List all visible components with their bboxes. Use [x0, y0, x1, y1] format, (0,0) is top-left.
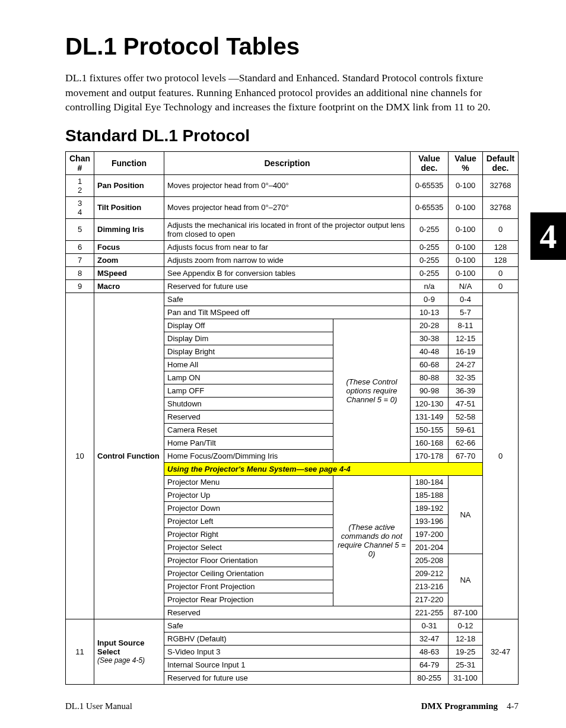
cell-desc: Home All — [164, 358, 333, 371]
col-header-default-dec: Default dec. — [483, 151, 519, 174]
cell-vd: 80-255 — [411, 671, 449, 684]
cell-desc: Adjusts the mechanical iris located in f… — [164, 218, 411, 240]
cell-desc: See Appendix B for conversion tables — [164, 266, 411, 279]
cell-vp: NA — [449, 475, 483, 554]
section-heading: Standard DL.1 Protocol — [65, 126, 519, 145]
cell-vp: 0-100 — [449, 196, 483, 218]
cell-vp: 52-58 — [449, 410, 483, 423]
cell-desc: Projector Menu — [164, 475, 333, 488]
col-header-chan: Chan # — [66, 151, 94, 174]
cell-dd: 0 — [483, 266, 519, 279]
cell-func: Tilt Position — [94, 196, 164, 218]
cell-desc: Shutdown — [164, 397, 333, 410]
cell-desc: Lamp ON — [164, 371, 333, 384]
section-header-text: Using the Projector's Menu System—see pa… — [164, 462, 483, 475]
cell-vd: 201-204 — [411, 541, 449, 554]
table-row: 1 2 Pan Position Moves projector head fr… — [66, 174, 519, 196]
cell-vd: n/a — [411, 279, 449, 293]
cell-dd: 32768 — [483, 174, 519, 196]
cell-desc: Reserved for future use — [164, 671, 411, 684]
cell-chan: 5 — [66, 218, 94, 240]
cell-func: Control Function — [94, 293, 164, 619]
cell-vd: 40-48 — [411, 345, 449, 358]
cell-vd: 197-200 — [411, 527, 449, 541]
table-row: 10 Control Function Safe 0-9 0-4 0 — [66, 293, 519, 306]
cell-desc: Moves projector head from 0°–270° — [164, 196, 411, 218]
cell-vp: 59-61 — [449, 423, 483, 436]
cell-desc: Projector Ceiling Orientation — [164, 567, 333, 580]
cell-desc: Projector Left — [164, 514, 333, 527]
cell-vd: 0-9 — [411, 293, 449, 306]
cell-vd: 0-65535 — [411, 196, 449, 218]
cell-vd: 0-255 — [411, 218, 449, 240]
cell-desc: Projector Up — [164, 488, 333, 501]
cell-vp: 19-25 — [449, 645, 483, 658]
cell-desc: Safe — [164, 293, 411, 306]
cell-vd: 20-28 — [411, 319, 449, 332]
cell-chan: 9 — [66, 279, 94, 293]
footer-left: DL.1 User Manual — [65, 701, 132, 711]
cell-vp: 32-35 — [449, 371, 483, 384]
cell-vd: 150-155 — [411, 423, 449, 436]
cell-note: (These Control options require Channel 5… — [333, 319, 411, 462]
cell-vp: 36-39 — [449, 384, 483, 397]
table-row: 11 Input Source Select (See page 4-5) Sa… — [66, 619, 519, 632]
cell-func: Dimming Iris — [94, 218, 164, 240]
cell-vp: 25-31 — [449, 658, 483, 671]
cell-func: Input Source Select (See page 4-5) — [94, 619, 164, 684]
cell-chan: 3 4 — [66, 196, 94, 218]
cell-desc: Display Bright — [164, 345, 333, 358]
table-row: 3 4 Tilt Position Moves projector head f… — [66, 196, 519, 218]
col-header-function: Function — [94, 151, 164, 174]
cell-vd: 10-13 — [411, 306, 449, 319]
protocol-table: Chan # Function Description Value dec. V… — [65, 151, 519, 685]
cell-func: Pan Position — [94, 174, 164, 196]
table-row: 5 Dimming Iris Adjusts the mechanical ir… — [66, 218, 519, 240]
cell-vp: N/A — [449, 279, 483, 293]
cell-vp: 16-19 — [449, 345, 483, 358]
cell-desc: Projector Right — [164, 527, 333, 541]
cell-desc: Moves projector head from 0°–400° — [164, 174, 411, 196]
cell-func: MSpeed — [94, 266, 164, 279]
cell-vd: 0-31 — [411, 619, 449, 632]
cell-vd: 0-255 — [411, 240, 449, 253]
cell-vp: 5-7 — [449, 306, 483, 319]
table-row: 7 Zoom Adjusts zoom from narrow to wide … — [66, 253, 519, 266]
footer-right: DMX Programming 4-7 — [421, 701, 519, 711]
cell-dd: 128 — [483, 253, 519, 266]
cell-dd: 32-47 — [483, 619, 519, 684]
cell-vd: 193-196 — [411, 514, 449, 527]
cell-vp: 0-100 — [449, 240, 483, 253]
footer-section: DMX Programming — [421, 701, 498, 711]
cell-desc: Display Dim — [164, 332, 333, 345]
cell-vd: 160-168 — [411, 436, 449, 449]
cell-vd: 205-208 — [411, 554, 449, 567]
cell-desc: Projector Down — [164, 501, 333, 514]
cell-vd: 64-79 — [411, 658, 449, 671]
table-row: 6 Focus Adjusts focus from near to far 0… — [66, 240, 519, 253]
footer-page: 4-7 — [507, 701, 519, 711]
cell-desc: Adjusts zoom from narrow to wide — [164, 253, 411, 266]
col-header-value-pct: Value % — [449, 151, 483, 174]
cell-vd: 30-38 — [411, 332, 449, 345]
cell-vp: 47-51 — [449, 397, 483, 410]
cell-vp: 0-12 — [449, 619, 483, 632]
cell-vd: 180-184 — [411, 475, 449, 488]
cell-vp: 24-27 — [449, 358, 483, 371]
cell-vp: 12-15 — [449, 332, 483, 345]
cell-desc: Reserved — [164, 606, 411, 619]
cell-func: Zoom — [94, 253, 164, 266]
cell-desc: Projector Rear Projection — [164, 593, 333, 606]
cell-vd: 189-192 — [411, 501, 449, 514]
cell-vp: 31-100 — [449, 671, 483, 684]
cell-chan: 8 — [66, 266, 94, 279]
cell-vd: 185-188 — [411, 488, 449, 501]
cell-chan: 7 — [66, 253, 94, 266]
cell-func: Macro — [94, 279, 164, 293]
cell-desc: Home Pan/Tilt — [164, 436, 333, 449]
cell-dd: 0 — [483, 293, 519, 619]
page-title: DL.1 Protocol Tables — [65, 33, 519, 60]
cell-vd: 120-130 — [411, 397, 449, 410]
cell-desc: Adjusts focus from near to far — [164, 240, 411, 253]
cell-vp: NA — [449, 554, 483, 606]
